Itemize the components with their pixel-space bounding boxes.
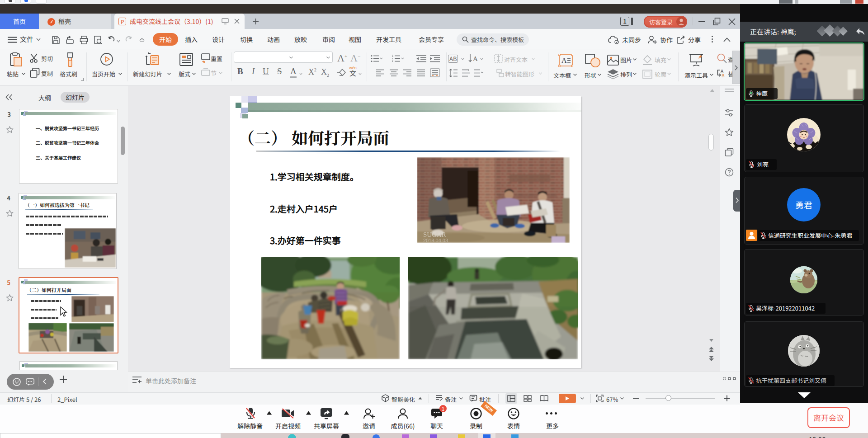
svg-text:SUGAR: SUGAR: [423, 231, 446, 238]
svg-text:A: A: [561, 57, 567, 64]
svg-text:B: B: [722, 72, 725, 78]
svg-text:A: A: [473, 55, 478, 62]
svg-text:2018.04.03: 2018.04.03: [423, 238, 448, 243]
